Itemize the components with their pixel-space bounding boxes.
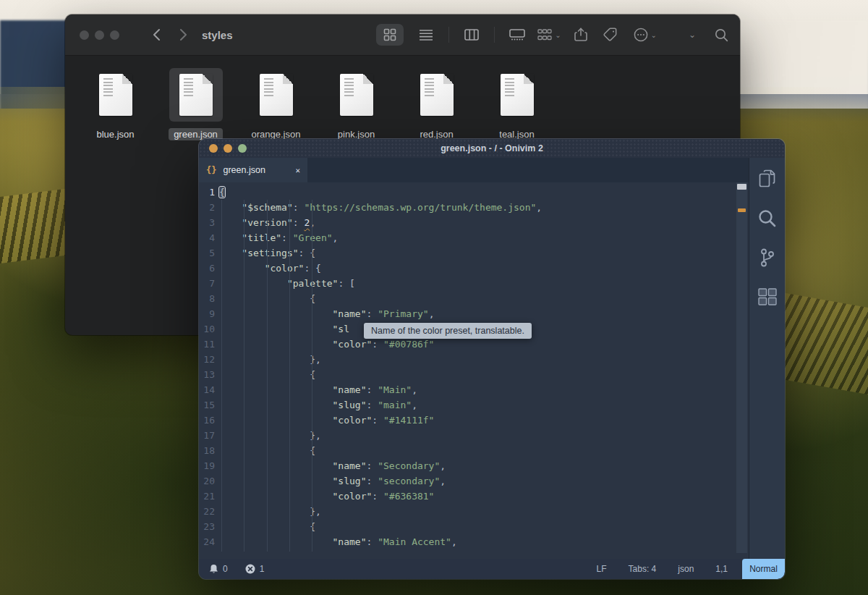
gallery-view-icon xyxy=(509,29,525,41)
code-line-24[interactable]: 24 "name": "Main Accent", xyxy=(199,534,749,549)
token-punc: , xyxy=(412,400,417,410)
code-line-8[interactable]: 8 { xyxy=(199,291,749,306)
file-item-teal[interactable]: teal.json xyxy=(477,68,557,140)
list-view-button[interactable] xyxy=(412,24,440,46)
tab-size-indicator[interactable]: Tabs: 4 xyxy=(629,564,657,574)
page-fold-corner xyxy=(283,74,293,84)
line-ending-indicator[interactable]: LF xyxy=(597,564,607,574)
code-line-12[interactable]: 12 }, xyxy=(199,352,749,367)
line-number: 11 xyxy=(199,337,215,352)
token-punc: : xyxy=(293,217,305,228)
code-line-1[interactable]: 1{ xyxy=(199,185,749,200)
code-line-9[interactable]: 9 "name": "Primary", xyxy=(199,306,749,321)
file-item-blue[interactable]: blue.json xyxy=(75,68,156,140)
code-editor[interactable]: 1{2 "$schema": "https://schemas.wp.org/t… xyxy=(199,182,749,553)
indent-guide xyxy=(312,200,312,552)
list-view-icon xyxy=(420,29,433,41)
token-punc: , xyxy=(451,552,457,553)
line-number: 13 xyxy=(199,367,215,382)
editor-scrollbar[interactable] xyxy=(736,182,747,553)
line-number: 7 xyxy=(199,276,215,291)
code-line-16[interactable]: 16 "color": "#14111f" xyxy=(199,413,749,428)
scrollbar-thumb[interactable] xyxy=(737,184,746,190)
tab-close-icon[interactable]: ✕ xyxy=(295,166,300,175)
token-punc: , xyxy=(440,476,446,486)
vim-mode-badge[interactable]: Normal xyxy=(742,559,785,579)
notifications-indicator[interactable]: 0 xyxy=(209,564,228,574)
file-item-green[interactable]: green.json xyxy=(156,68,236,140)
token-key: "name" xyxy=(333,384,367,395)
code-line-5[interactable]: 5 "settings": { xyxy=(199,245,749,261)
gallery-view-button[interactable] xyxy=(503,24,531,46)
forward-chevron-icon[interactable] xyxy=(179,28,187,41)
close-button[interactable] xyxy=(80,30,89,40)
cursor-position-indicator[interactable]: 1,1 xyxy=(715,564,728,574)
token-punc: : xyxy=(367,536,378,547)
line-number: 20 xyxy=(199,473,215,489)
search-icon[interactable] xyxy=(758,209,776,227)
code-line-20[interactable]: 20 "slug": "secondary", xyxy=(199,473,749,489)
token-str: "main-accent" xyxy=(378,552,451,553)
errors-indicator[interactable]: 1 xyxy=(245,564,265,574)
indent-guide xyxy=(267,200,268,552)
code-line-6[interactable]: 6 "color": { xyxy=(199,261,749,276)
code-line-25[interactable]: 25 "slug": "main-accent", xyxy=(199,549,749,553)
code-line-4[interactable]: 4 "title": "Green", xyxy=(199,230,749,245)
line-number: 6 xyxy=(199,261,215,276)
line-number: 8 xyxy=(199,291,215,306)
git-branch-icon[interactable] xyxy=(760,248,775,267)
code-line-3[interactable]: 3 "version": 2, xyxy=(199,215,749,230)
code-line-18[interactable]: 18 { xyxy=(199,443,749,458)
chevron-down-icon[interactable]: ⌄ xyxy=(689,30,696,40)
page-fold-corner xyxy=(203,74,213,84)
token-punc: , xyxy=(429,308,435,319)
code-line-22[interactable]: 22 }, xyxy=(199,504,749,519)
more-actions-button[interactable]: ⌄ xyxy=(634,28,657,42)
token-key: "name" xyxy=(333,460,367,471)
group-by-button[interactable]: ⌄ xyxy=(537,29,561,41)
line-content: "color": "#636381" xyxy=(219,489,434,504)
token-punc: : xyxy=(367,460,378,471)
code-lines: 1{2 "$schema": "https://schemas.wp.org/t… xyxy=(199,182,749,553)
token-str: "Secondary" xyxy=(378,460,440,471)
code-line-2[interactable]: 2 "$schema": "https://schemas.wp.org/tru… xyxy=(199,200,749,215)
share-button[interactable] xyxy=(574,28,587,42)
token-ws xyxy=(219,536,333,547)
column-view-button[interactable] xyxy=(458,24,485,46)
code-line-23[interactable]: 23 { xyxy=(199,519,749,534)
token-ws xyxy=(219,248,242,258)
token-ws xyxy=(219,324,333,334)
code-line-11[interactable]: 11 "color": "#00786f" xyxy=(199,337,749,352)
chevron-down-icon: ⌄ xyxy=(651,31,657,39)
filetype-indicator[interactable]: json xyxy=(678,564,694,574)
code-line-14[interactable]: 14 "name": "Main", xyxy=(199,382,749,397)
back-chevron-icon[interactable] xyxy=(153,28,161,41)
tab-green-json[interactable]: {} green.json ✕ xyxy=(199,158,307,182)
code-line-21[interactable]: 21 "color": "#636381" xyxy=(199,489,749,504)
search-icon[interactable] xyxy=(715,28,728,42)
token-ws xyxy=(219,293,310,304)
tab-label: green.json xyxy=(223,165,265,175)
token-key: "title" xyxy=(242,232,281,243)
copy-pages-icon[interactable] xyxy=(759,169,776,188)
token-ws xyxy=(219,430,310,441)
extensions-icon[interactable] xyxy=(758,288,777,305)
file-item-pink[interactable]: pink.json xyxy=(316,68,396,140)
tag-button[interactable] xyxy=(603,28,618,42)
token-ws xyxy=(219,400,333,410)
code-line-19[interactable]: 19 "name": "Secondary", xyxy=(199,458,749,473)
token-str: "Main Accent" xyxy=(378,536,451,547)
column-view-icon xyxy=(464,29,479,41)
code-line-17[interactable]: 17 }, xyxy=(199,428,749,443)
grid-view-button[interactable] xyxy=(376,24,404,46)
finder-traffic-lights xyxy=(80,30,119,40)
code-line-13[interactable]: 13 { xyxy=(199,367,749,382)
minimize-button[interactable] xyxy=(95,30,104,40)
token-ws xyxy=(219,232,242,243)
code-line-7[interactable]: 7 "palette": [ xyxy=(199,276,749,291)
file-item-red[interactable]: red.json xyxy=(396,68,477,140)
file-item-orange[interactable]: orange.json xyxy=(236,68,316,140)
zoom-button[interactable] xyxy=(110,30,119,40)
finder-toolbar-right: ⌄ ⌄ ⌄ xyxy=(537,24,728,46)
code-line-15[interactable]: 15 "slug": "main", xyxy=(199,397,749,413)
